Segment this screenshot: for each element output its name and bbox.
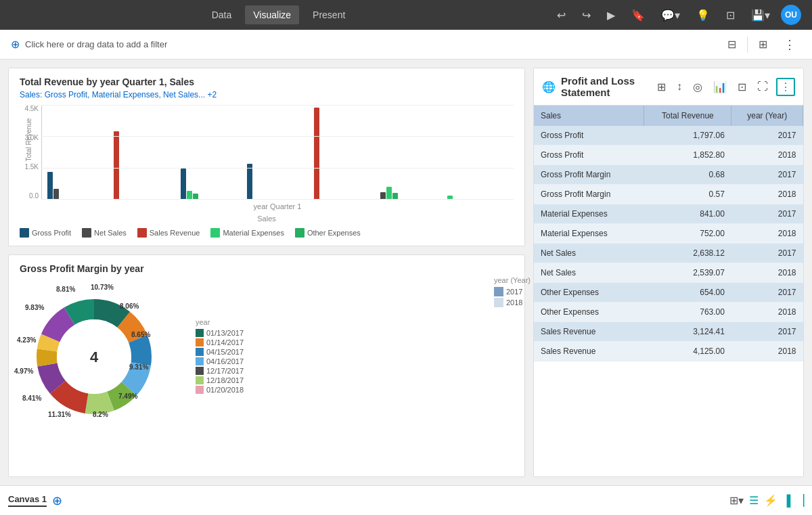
- donut-legend-item-4: 04/16/2017: [196, 357, 244, 365]
- table-row: Sales Revenue4,125.002018: [534, 342, 803, 361]
- donut-legend-label-7: 01/20/2018: [206, 386, 244, 394]
- x-axis-label: year Quarter 1: [41, 202, 514, 210]
- bar-sr-5: [314, 108, 319, 199]
- table-cell-year: 2017: [731, 244, 803, 263]
- add-canvas-icon[interactable]: ⊕: [52, 493, 62, 508]
- bar-sr-2: [114, 131, 119, 199]
- donut-label-749: 7.49%: [118, 393, 137, 400]
- table-cell-revenue: 654.00: [644, 283, 731, 303]
- filter-placeholder[interactable]: Click here or drag data to add a filter: [25, 39, 167, 49]
- add-filter-icon[interactable]: ⊕: [11, 38, 20, 51]
- table-cell-year: 2018: [731, 185, 803, 204]
- donut-label-423: 4.23%: [17, 336, 36, 344]
- donut-swatch-6: [196, 376, 204, 384]
- legend-label-oe: Other Expenses: [307, 229, 361, 237]
- divider: [747, 37, 748, 53]
- bar-ns-6: [380, 192, 386, 199]
- bar-group-5: [314, 108, 375, 199]
- table-row: Material Expenses841.002017: [534, 204, 803, 224]
- left-panel: Total Revenue by year Quarter 1, Sales S…: [8, 68, 525, 477]
- donut-legend-item-5: 12/17/2017: [196, 367, 244, 375]
- grid-view-icon[interactable]: ⊞▾: [729, 494, 744, 507]
- panel-icon[interactable]: ▕: [796, 494, 804, 507]
- bar-me-7: [447, 196, 453, 199]
- donut-swatch-2: [196, 338, 204, 346]
- save-icon[interactable]: 💾▾: [746, 6, 775, 24]
- legend-swatch-sr: [137, 228, 147, 238]
- col-revenue: Total Revenue: [644, 106, 731, 126]
- user-avatar[interactable]: OU: [781, 5, 801, 25]
- table-icon-6[interactable]: ⛶: [754, 79, 771, 94]
- table-cell-revenue: 3,124.41: [644, 322, 731, 342]
- bulb-icon[interactable]: 💡: [691, 6, 715, 24]
- table-row: Gross Profit1,797.062017: [534, 126, 803, 145]
- top-navigation: Data Visualize Present ↩ ↪ ▶ 🔖 💬▾ 💡 ⊡ 💾▾…: [0, 0, 812, 30]
- table-icon-5[interactable]: ⊡: [735, 79, 749, 95]
- table-header-row: Sales Total Revenue year (Year): [534, 106, 803, 126]
- table-row: Gross Profit Margin0.572018: [534, 185, 803, 204]
- lightning-icon[interactable]: ⚡: [764, 494, 777, 507]
- nav-visualize-btn[interactable]: Visualize: [245, 5, 299, 24]
- donut-swatch-3: [196, 348, 204, 356]
- table-cell-sales: Other Expenses: [534, 283, 644, 303]
- nav-present-btn[interactable]: Present: [304, 5, 353, 24]
- sidebar-icon[interactable]: ▐: [783, 495, 790, 507]
- table-icon-3[interactable]: ◎: [690, 79, 705, 95]
- year-label-2017: 2017: [506, 288, 522, 296]
- more-icon[interactable]: ⋮: [778, 35, 801, 55]
- table-icon-2[interactable]: ↕: [674, 79, 685, 94]
- bar-me-3: [187, 191, 192, 199]
- legend-gross-profit: Gross Profit: [20, 228, 71, 238]
- year-label-2018: 2018: [506, 298, 522, 307]
- bar-group-7: [447, 196, 508, 199]
- donut-chart-title: Gross Profit Margin by year: [20, 263, 514, 274]
- table-cell-year: 2018: [731, 263, 803, 283]
- donut-swatch-1: [196, 329, 204, 337]
- play-icon[interactable]: ▶: [602, 6, 621, 24]
- donut-legend-item-3: 04/15/2017: [196, 348, 244, 356]
- expand-icon[interactable]: ⊡: [721, 6, 740, 24]
- table-row: Gross Profit Margin0.682017: [534, 165, 803, 185]
- legend-label-me: Material Expenses: [223, 229, 284, 237]
- undo-icon[interactable]: ↩: [551, 6, 571, 24]
- donut-legend-title: year: [196, 318, 244, 326]
- nav-data-btn[interactable]: Data: [204, 5, 240, 24]
- bar-gp-4: [247, 164, 252, 199]
- filter-icon[interactable]: ⊟: [722, 35, 742, 53]
- table-cell-sales: Material Expenses: [534, 204, 644, 224]
- canvas-tab[interactable]: Canvas 1: [8, 494, 47, 507]
- table-cell-sales: Net Sales: [534, 244, 644, 263]
- insights-icon[interactable]: ☰: [749, 494, 759, 507]
- redo-icon[interactable]: ↪: [577, 6, 596, 24]
- donut-legend-label-1: 01/13/2017: [206, 329, 244, 337]
- bar-gp-3: [181, 169, 186, 199]
- bar-oe-3: [193, 194, 198, 199]
- table-cell-sales: Gross Profit: [534, 145, 644, 165]
- table-title: Profit and Loss Statement: [561, 75, 649, 98]
- bookmark-icon[interactable]: 🔖: [626, 6, 650, 24]
- table-icon-more[interactable]: ⋮: [776, 78, 795, 96]
- bar-me-6: [386, 187, 392, 199]
- globe-icon: 🌐: [542, 81, 556, 93]
- donut-chart-area: 4 10.73% 8.06% 8.65% 9.31% 7.49% 8.2% 11…: [20, 277, 514, 436]
- table-row: Net Sales2,539.072018: [534, 263, 803, 283]
- table-cell-revenue: 841.00: [644, 204, 731, 224]
- bar-chart-legend: Gross Profit Net Sales Sales Revenue Mat…: [20, 228, 514, 238]
- col-sales: Sales: [534, 106, 644, 126]
- bottom-bar: Canvas 1 ⊕ ⊞▾ ☰ ⚡ ▐ ▕: [0, 485, 812, 515]
- bar-ns-1: [53, 189, 59, 199]
- table-cell-sales: Other Expenses: [534, 303, 644, 322]
- filter-bar: ⊕ Click here or drag data to add a filte…: [0, 30, 812, 60]
- donut-label-881: 8.81%: [56, 286, 75, 293]
- table-icon-1[interactable]: ⊞: [654, 79, 669, 95]
- comment-icon[interactable]: 💬▾: [656, 6, 685, 24]
- table-icon-4[interactable]: 📊: [710, 79, 729, 95]
- table-cell-year: 2018: [731, 342, 803, 361]
- table-row: Sales Revenue3,124.412017: [534, 322, 803, 342]
- bar-chart-subtitle: Sales: Gross Profit, Material Expenses, …: [20, 90, 514, 99]
- donut-label-931: 9.31%: [129, 363, 148, 371]
- table-cell-year: 2017: [731, 126, 803, 145]
- donut-label-806: 8.06%: [120, 303, 139, 310]
- grid-icon[interactable]: ⊞: [753, 35, 773, 53]
- legend-sales-revenue: Sales Revenue: [137, 228, 200, 238]
